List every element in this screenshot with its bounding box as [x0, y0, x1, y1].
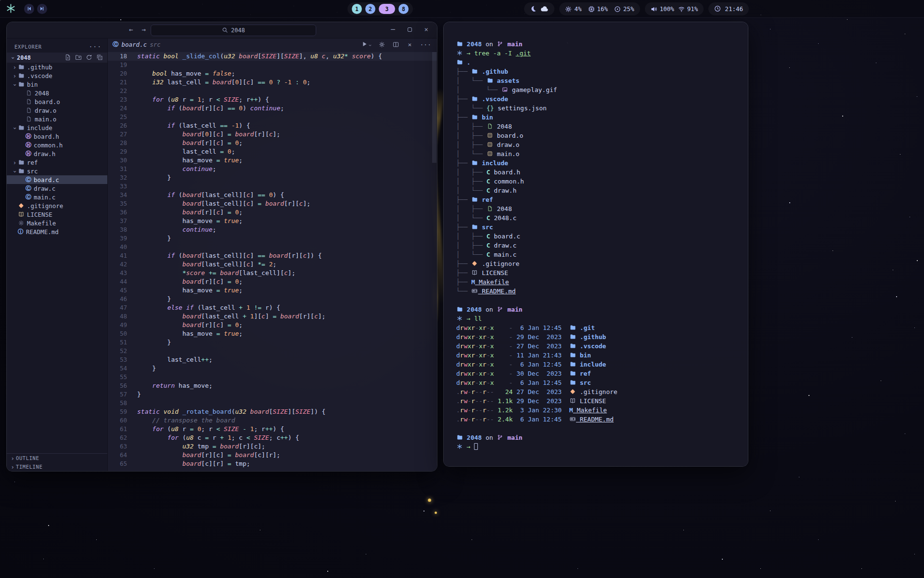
- code-line-23[interactable]: 23 for (u8 r = 1; r < SIZE; r++) {: [108, 95, 437, 104]
- code-line-49[interactable]: 49 board[r][c] = 0;: [108, 321, 437, 329]
- back-button[interactable]: ←: [127, 25, 135, 34]
- tree-item-src[interactable]: ›src: [7, 167, 107, 175]
- editor-more-actions[interactable]: ···: [420, 40, 431, 48]
- code-line-38[interactable]: 38 continue;: [108, 225, 437, 234]
- tree-item-main.o[interactable]: main.o: [7, 115, 107, 123]
- code-line-52[interactable]: 52: [108, 347, 437, 355]
- tree-item-board.h[interactable]: Ⓗboard.h: [7, 132, 107, 141]
- editor-titlebar[interactable]: ← → 2048 ─ ×: [7, 22, 437, 39]
- tree-item-README.md[interactable]: ⓘREADME.md: [7, 227, 107, 236]
- tree-item-bin[interactable]: ›bin: [7, 80, 107, 89]
- minimize-button[interactable]: ─: [389, 25, 397, 34]
- volume-network[interactable]: 100%91%: [645, 2, 704, 15]
- tree-item-board.c[interactable]: Ⓒboard.c: [7, 175, 107, 184]
- terminal-window[interactable]: 2048 on main → tree -a -I .git .├── .git…: [444, 22, 748, 466]
- settings-gear-button[interactable]: [378, 40, 386, 48]
- collapse-folders-button[interactable]: [96, 54, 103, 61]
- new-folder-button[interactable]: [75, 54, 82, 61]
- clock-widget[interactable]: 21:46: [708, 2, 749, 15]
- tree-item-.vscode[interactable]: ›.vscode: [7, 71, 107, 80]
- code-line-20[interactable]: 20 bool has_move = false;: [108, 69, 437, 78]
- workspace-1[interactable]: 1: [352, 4, 362, 14]
- code-line-21[interactable]: 21 i32 last_cell = board[0][c] == 0 ? -1…: [108, 78, 437, 87]
- code-line-45[interactable]: 45 has_move = true;: [108, 286, 437, 295]
- workspace-2[interactable]: 2: [365, 4, 375, 14]
- forward-button[interactable]: →: [140, 25, 147, 34]
- code-line-33[interactable]: 33: [108, 182, 437, 191]
- code-line-36[interactable]: 36 board[r][c] = 0;: [108, 208, 437, 217]
- media-next-button[interactable]: [37, 4, 47, 14]
- code-line-25[interactable]: 25: [108, 113, 437, 121]
- tree-item-Makefile[interactable]: Makefile: [7, 219, 107, 227]
- code-line-65[interactable]: 65 board[c][r] = tmp;: [108, 460, 437, 468]
- code-line-39[interactable]: 39 }: [108, 234, 437, 243]
- timeline-panel[interactable]: ›TIMELINE: [7, 462, 107, 471]
- new-file-button[interactable]: [64, 54, 71, 61]
- code-line-60[interactable]: 60 // transpose the board: [108, 416, 437, 425]
- outline-panel[interactable]: ›OUTLINE: [7, 454, 107, 462]
- tree-item-include[interactable]: ›include: [7, 123, 107, 132]
- code-line-56[interactable]: 56 return has_move;: [108, 381, 437, 390]
- code-line-37[interactable]: 37 has_move = true;: [108, 217, 437, 225]
- code-line-43[interactable]: 43 *score += board[last_cell][c];: [108, 269, 437, 277]
- code-line-19[interactable]: 19: [108, 61, 437, 69]
- tree-item-main.c[interactable]: Ⓒmain.c: [7, 193, 107, 201]
- tree-item-.gitignore[interactable]: .gitignore: [7, 201, 107, 210]
- close-editor-button[interactable]: ×: [406, 40, 414, 48]
- split-editor-button[interactable]: [392, 40, 400, 48]
- tree-item-LICENSE[interactable]: LICENSE: [7, 210, 107, 219]
- tree-item-ref[interactable]: ›ref: [7, 158, 107, 167]
- code-line-42[interactable]: 42 board[last_cell][c] *= 2;: [108, 260, 437, 269]
- code-line-18[interactable]: 18static bool _slide_col(u32 board[SIZE]…: [108, 52, 437, 61]
- code-line-53[interactable]: 53 last_cell++;: [108, 355, 437, 364]
- refresh-explorer-button[interactable]: [85, 54, 92, 61]
- code-line-32[interactable]: 32 }: [108, 173, 437, 182]
- code-line-31[interactable]: 31 continue;: [108, 165, 437, 173]
- code-area[interactable]: 18static bool _slide_col(u32 board[SIZE]…: [108, 52, 437, 468]
- code-line-63[interactable]: 63 u32 tmp = board[r][c];: [108, 442, 437, 451]
- code-line-27[interactable]: 27 board[0][c] = board[r][c];: [108, 130, 437, 139]
- code-line-44[interactable]: 44 board[r][c] = 0;: [108, 277, 437, 286]
- code-line-28[interactable]: 28 board[r][c] = 0;: [108, 139, 437, 147]
- code-line-47[interactable]: 47 else if (last_cell + 1 != r) {: [108, 303, 437, 312]
- tree-item-board.o[interactable]: board.o: [7, 97, 107, 106]
- code-line-51[interactable]: 51 }: [108, 338, 437, 347]
- code-line-48[interactable]: 48 board[last_cell + 1][c] = board[r][c]…: [108, 312, 437, 321]
- code-line-50[interactable]: 50 has_move = true;: [108, 329, 437, 338]
- explorer-more-icon[interactable]: ···: [89, 43, 102, 50]
- code-line-57[interactable]: 57}: [108, 390, 437, 399]
- code-line-26[interactable]: 26 if (last_cell == -1) {: [108, 121, 437, 130]
- code-line-55[interactable]: 55: [108, 373, 437, 381]
- nixos-logo-icon[interactable]: [6, 3, 16, 14]
- weather-widget[interactable]: [524, 2, 554, 15]
- scrollbar[interactable]: [432, 52, 436, 163]
- code-line-29[interactable]: 29 last_cell = 0;: [108, 147, 437, 156]
- workspace-8[interactable]: 8: [398, 4, 409, 14]
- search-box[interactable]: 2048: [151, 25, 316, 36]
- code-line-22[interactable]: 22: [108, 87, 437, 95]
- close-button[interactable]: ×: [423, 25, 430, 34]
- tree-item-draw.c[interactable]: Ⓒdraw.c: [7, 184, 107, 193]
- code-line-54[interactable]: 54 }: [108, 364, 437, 373]
- tree-item-common.h[interactable]: Ⓗcommon.h: [7, 141, 107, 149]
- code-line-35[interactable]: 35 board[last_cell][c] = board[r][c];: [108, 199, 437, 208]
- media-previous-button[interactable]: [24, 4, 34, 14]
- tree-item-.github[interactable]: ›.github: [7, 63, 107, 71]
- project-root-row[interactable]: › 2048: [7, 53, 107, 63]
- tree-item-draw.h[interactable]: Ⓗdraw.h: [7, 149, 107, 158]
- tree-item-draw.o[interactable]: draw.o: [7, 106, 107, 115]
- code-line-62[interactable]: 62 for (u8 c = r + 1; c < SIZE; c++) {: [108, 434, 437, 442]
- code-line-24[interactable]: 24 if (board[r][c] == 0) continue;: [108, 104, 437, 113]
- code-line-40[interactable]: 40: [108, 243, 437, 251]
- system-stats[interactable]: 4%16%25%: [559, 2, 640, 15]
- tree-item-2048[interactable]: 2048: [7, 89, 107, 97]
- code-line-30[interactable]: 30 has_move = true;: [108, 156, 437, 165]
- code-line-61[interactable]: 61 for (u8 r = 0; r < SIZE - 1; r++) {: [108, 425, 437, 434]
- code-line-34[interactable]: 34 if (board[last_cell][c] == 0) {: [108, 191, 437, 199]
- code-line-41[interactable]: 41 if (board[last_cell][c] == board[r][c…: [108, 251, 437, 260]
- code-line-46[interactable]: 46 }: [108, 295, 437, 303]
- maximize-button[interactable]: [406, 25, 414, 34]
- code-line-58[interactable]: 58: [108, 399, 437, 407]
- code-line-59[interactable]: 59static void _rotate_board(u32 board[SI…: [108, 407, 437, 416]
- breadcrumb[interactable]: Ⓒ board.c src: [113, 40, 161, 49]
